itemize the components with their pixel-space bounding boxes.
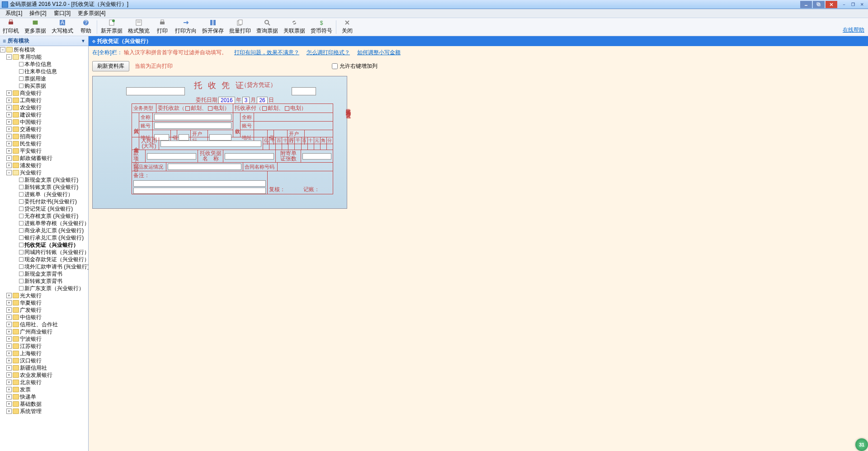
tree-托收凭证（兴业银行）[interactable]: 托收凭证（兴业银行）: [0, 241, 88, 249]
link-adjust-format[interactable]: 怎么调打印格式？: [307, 49, 350, 56]
remark-input1[interactable]: [133, 180, 266, 187]
day-value[interactable]: 26: [257, 97, 267, 104]
mdi-restore-button[interactable]: ❐: [849, 1, 857, 8]
menu-更多票据[4][interactable]: 更多票据[4]: [74, 9, 109, 18]
tree-农业发展银行[interactable]: +农业发展银行: [0, 371, 88, 379]
link-print-issue[interactable]: 打印有问题，效果不满意？: [234, 49, 299, 56]
tree-信用社、合作社[interactable]: +信用社、合作社: [0, 321, 88, 328]
tree-现金存款凭证（兴业银行）[interactable]: 现金存款凭证（兴业银行）: [0, 256, 88, 263]
amount-cn-input[interactable]: [160, 141, 261, 147]
tree-新现金支票背书[interactable]: 新现金支票背书: [0, 270, 88, 277]
checkbox-wire1[interactable]: [208, 106, 212, 111]
tree-快递单[interactable]: +快递单: [0, 393, 88, 400]
tree-境外汇款申请书 (兴业银行)[interactable]: 境外汇款申请书 (兴业银行): [0, 263, 88, 270]
toggle-icon[interactable]: +: [6, 315, 12, 320]
toggle-icon[interactable]: +: [6, 127, 12, 132]
toggle-icon[interactable]: +: [6, 98, 12, 103]
tree-广发银行[interactable]: +广发银行: [0, 306, 88, 314]
mdi-min-button[interactable]: –: [840, 1, 848, 8]
tree-基础数据[interactable]: +基础数据: [0, 400, 88, 408]
tree-银行承兑汇票 (兴业银行)[interactable]: 银行承兑汇票 (兴业银行): [0, 234, 88, 241]
tree-招商银行[interactable]: +招商银行: [0, 133, 88, 140]
sidebar-header[interactable]: ≡ 所有模块 ▼: [0, 36, 88, 46]
minimize-button[interactable]: [800, 1, 812, 8]
link-adjust-amount[interactable]: 如何调整小写金额: [357, 49, 401, 56]
tree-汉口银行[interactable]: +汉口银行: [0, 357, 88, 364]
menu-操作[2][interactable]: 操作[2]: [26, 9, 50, 18]
toggle-icon[interactable]: +: [6, 380, 12, 385]
tree-贷记凭证 (兴业银行)[interactable]: 贷记凭证 (兴业银行): [0, 205, 88, 212]
input-top-left[interactable]: [126, 87, 185, 95]
toolbtn-more[interactable]: 更多票据: [22, 19, 49, 36]
toggle-icon[interactable]: +: [6, 409, 12, 414]
tree-交通银行[interactable]: +交通银行: [0, 126, 88, 133]
checkbox-mail2[interactable]: [262, 106, 267, 111]
checkbox-wire2[interactable]: [285, 106, 289, 111]
year-value[interactable]: 2016: [218, 97, 235, 104]
toolbtn-split[interactable]: 拆开保存: [199, 19, 226, 36]
tree-华夏银行[interactable]: +华夏银行: [0, 299, 88, 306]
toolbtn-currency[interactable]: $货币符号: [308, 19, 335, 36]
voucher-input[interactable]: [225, 153, 274, 160]
tree-农业银行[interactable]: +农业银行: [0, 104, 88, 111]
tree-发票[interactable]: +发票: [0, 386, 88, 393]
toggle-icon[interactable]: +: [6, 293, 12, 298]
toolbtn-printer[interactable]: 打印机: [0, 19, 22, 36]
toolbtn-print[interactable]: 打印: [152, 19, 172, 36]
toolbtn-format[interactable]: A大写格式: [49, 19, 76, 36]
tree-常用功能[interactable]: −常用功能: [0, 53, 88, 61]
tree-中信银行[interactable]: +中信银行: [0, 314, 88, 321]
tree-票据用途[interactable]: 票据用途: [0, 75, 88, 82]
payer-acct-input[interactable]: [154, 122, 231, 129]
toolbtn-direction[interactable]: 打印方向: [172, 19, 199, 36]
toolbtn-new[interactable]: 新开票据: [98, 19, 125, 36]
toggle-icon[interactable]: +: [6, 329, 12, 334]
toolbtn-batch[interactable]: 批量打印: [226, 19, 254, 36]
tree-委托付款书(兴业银行)[interactable]: 委托付款书(兴业银行): [0, 198, 88, 205]
toggle-icon[interactable]: +: [6, 300, 12, 305]
payer-name-input[interactable]: [154, 114, 231, 120]
month-value[interactable]: 3: [242, 97, 250, 104]
toolbtn-preview[interactable]: 格式预览: [125, 19, 152, 36]
toggle-icon[interactable]: −: [6, 54, 12, 60]
toggle-icon[interactable]: +: [6, 401, 12, 407]
toggle-icon[interactable]: +: [6, 387, 12, 392]
tree-往来单位信息[interactable]: 往来单位信息: [0, 68, 88, 75]
toggle-icon[interactable]: +: [6, 358, 12, 363]
tree-浦发银行[interactable]: +浦发银行: [0, 162, 88, 169]
attach-input[interactable]: [302, 153, 331, 160]
toggle-icon[interactable]: +: [6, 372, 12, 378]
tree-北京银行[interactable]: +北京银行: [0, 379, 88, 386]
tree-民生银行[interactable]: +民生银行: [0, 140, 88, 147]
toggle-icon[interactable]: +: [6, 163, 12, 168]
toggle-icon[interactable]: +: [6, 112, 12, 117]
tree-商业银行[interactable]: +商业银行: [0, 89, 88, 97]
tree-平安银行[interactable]: +平安银行: [0, 147, 88, 155]
toggle-icon[interactable]: +: [6, 90, 12, 96]
online-help-link[interactable]: 在线帮助: [843, 26, 864, 34]
allow-rightclick-checkbox[interactable]: 允许右键增加列: [332, 62, 377, 70]
item-input[interactable]: [147, 153, 196, 160]
tree-中国银行[interactable]: +中国银行: [0, 118, 88, 126]
toggle-icon[interactable]: +: [6, 105, 12, 110]
tree-广州商业银行[interactable]: +广州商业银行: [0, 328, 88, 335]
menu-系统[1][interactable]: 系统[1]: [2, 9, 26, 18]
tree-建设银行[interactable]: +建设银行: [0, 111, 88, 118]
toggle-icon[interactable]: +: [6, 322, 12, 327]
mdi-close-button[interactable]: ✕: [858, 1, 866, 8]
tree-无存根支票 (兴业银行)[interactable]: 无存根支票 (兴业银行): [0, 212, 88, 220]
tree-新转账支票 (兴业银行)[interactable]: 新转账支票 (兴业银行): [0, 183, 88, 191]
refresh-button[interactable]: 刷新资料库: [92, 61, 129, 71]
toggle-icon[interactable]: +: [6, 148, 12, 154]
tree-邮政储蓄银行[interactable]: +邮政储蓄银行: [0, 155, 88, 162]
toggle-icon[interactable]: +: [6, 343, 12, 349]
toggle-icon[interactable]: +: [6, 365, 12, 371]
dropdown-icon[interactable]: ▼: [81, 38, 85, 43]
tree-工商银行[interactable]: +工商银行: [0, 97, 88, 104]
toolbtn-help[interactable]: ?帮助: [76, 19, 96, 36]
toggle-icon[interactable]: +: [6, 141, 12, 146]
tree-新转账支票背书[interactable]: 新转账支票背书: [0, 277, 88, 285]
tree-宁波银行[interactable]: +宁波银行: [0, 335, 88, 343]
toggle-icon[interactable]: +: [6, 307, 12, 313]
toggle-icon[interactable]: −: [6, 170, 12, 175]
